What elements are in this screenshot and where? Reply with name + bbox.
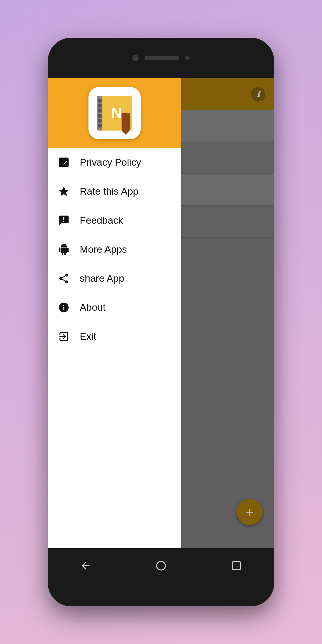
notebook-spine (97, 96, 102, 131)
back-button[interactable] (74, 557, 97, 574)
spiral (98, 124, 102, 128)
android-icon (57, 242, 71, 257)
bottom-nav-bar (48, 548, 274, 583)
menu-item-rate-this-app[interactable]: Rate this App (48, 177, 181, 206)
drawer-header: N (48, 78, 181, 148)
spiral (98, 104, 102, 108)
menu-item-about[interactable]: About (48, 293, 181, 322)
home-button[interactable] (149, 557, 173, 574)
star-icon (57, 184, 71, 199)
phone-frame: ℹ mply dummy mply dummy mply dummy mply … (48, 38, 274, 606)
notebook-icon: N (94, 93, 135, 133)
svg-point-1 (157, 561, 165, 570)
spiral (98, 99, 102, 103)
bottom-bezel (48, 583, 274, 606)
notebook-bookmark (122, 113, 130, 131)
menu-item-more-apps[interactable]: More Apps (48, 235, 181, 264)
menu-item-share-app[interactable]: share App (48, 264, 181, 293)
camera-area (132, 55, 190, 61)
front-camera (132, 55, 139, 61)
menu-item-exit[interactable]: Exit (48, 322, 181, 351)
spiral (98, 108, 102, 113)
feedback-label: Feedback (80, 215, 123, 226)
notebook-letter: N (111, 104, 122, 122)
nav-drawer: N (48, 78, 181, 548)
share-icon (57, 271, 71, 286)
screen: ℹ mply dummy mply dummy mply dummy mply … (48, 78, 274, 548)
app-icon: N (88, 87, 141, 139)
svg-rect-2 (233, 562, 240, 570)
privacy-policy-icon (57, 155, 71, 170)
speaker (144, 56, 179, 60)
rate-this-app-label: Rate this App (80, 186, 138, 197)
share-app-label: share App (80, 273, 124, 284)
recents-button[interactable] (225, 557, 248, 574)
menu-item-feedback[interactable]: Feedback (48, 206, 181, 235)
top-bezel (48, 38, 274, 78)
feedback-icon (57, 213, 71, 228)
spiral (98, 114, 102, 118)
more-apps-label: More Apps (80, 244, 127, 255)
spiral (98, 119, 102, 123)
menu-item-privacy-policy[interactable]: Privacy Policy (48, 148, 181, 177)
sensor (185, 56, 190, 60)
about-label: About (80, 302, 106, 313)
about-icon (57, 300, 71, 315)
exit-icon (57, 329, 71, 344)
exit-label: Exit (80, 331, 96, 342)
drawer-menu: Privacy Policy Rate this App (48, 148, 181, 548)
privacy-policy-label: Privacy Policy (80, 157, 141, 168)
